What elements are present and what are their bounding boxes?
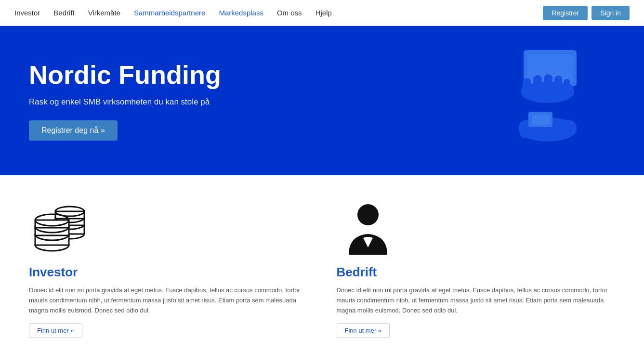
nav-sammarbeidspartnere[interactable]: Sammarbeidspartnere [134, 9, 205, 17]
svg-rect-14 [552, 125, 560, 138]
svg-rect-17 [532, 115, 550, 125]
svg-point-32 [357, 204, 379, 225]
investor-finn-button[interactable]: Finn ut mer » [29, 323, 82, 338]
cards-section: Investor Donec id elit non mi porta grav… [0, 175, 644, 351]
nav-markedsplass[interactable]: Markedsplass [219, 9, 263, 17]
svg-rect-11 [520, 125, 529, 138]
svg-rect-15 [561, 123, 567, 136]
nav-investor[interactable]: Investor [14, 9, 40, 17]
bedrift-title: Bedrift [337, 265, 616, 280]
svg-rect-6 [544, 74, 552, 91]
svg-rect-12 [531, 126, 539, 139]
nav-om-oss[interactable]: Om oss [277, 9, 302, 17]
nav-virkemåte[interactable]: Virkemåte [88, 9, 120, 17]
signin-button[interactable]: Sign in [591, 6, 630, 20]
bedrift-text: Donec id elit non mi porta gravida at eg… [337, 286, 616, 315]
nav-hjelp[interactable]: Hjelp [315, 9, 332, 17]
investor-title: Investor [29, 265, 308, 280]
svg-rect-4 [523, 78, 531, 91]
bedrift-card: Bedrift Donec id elit non mi porta gravi… [337, 195, 616, 343]
hero-subtitle: Rask og enkel SMB virksomheten du kan st… [29, 97, 221, 107]
nav-bedrift[interactable]: Bedrift [53, 9, 74, 17]
bedrift-icon [337, 199, 399, 257]
nav-links: Investor Bedrift Virkemåte Sammarbeidspa… [14, 9, 543, 17]
register-button[interactable]: Registrer [543, 6, 588, 20]
nav-actions: Registrer Sign in [543, 6, 630, 20]
hero-illustration [471, 36, 605, 170]
hero-title: Nordic Funding [29, 61, 221, 89]
investor-text: Donec id elit non mi porta gravida at eg… [29, 286, 308, 315]
hero-section: Nordic Funding Rask og enkel SMB virksom… [0, 26, 644, 175]
bedrift-finn-button[interactable]: Finn ut mer » [337, 323, 390, 338]
svg-rect-13 [541, 126, 550, 139]
hero-cta-button[interactable]: Registrer deg nå » [29, 120, 118, 141]
hero-content: Nordic Funding Rask og enkel SMB virksom… [29, 61, 221, 140]
svg-rect-8 [564, 79, 570, 91]
svg-rect-5 [533, 75, 542, 91]
svg-rect-7 [554, 76, 562, 90]
navbar: Investor Bedrift Virkemåte Sammarbeidspa… [0, 0, 644, 26]
investor-card: Investor Donec id elit non mi porta grav… [29, 195, 308, 343]
investor-icon [29, 199, 92, 257]
